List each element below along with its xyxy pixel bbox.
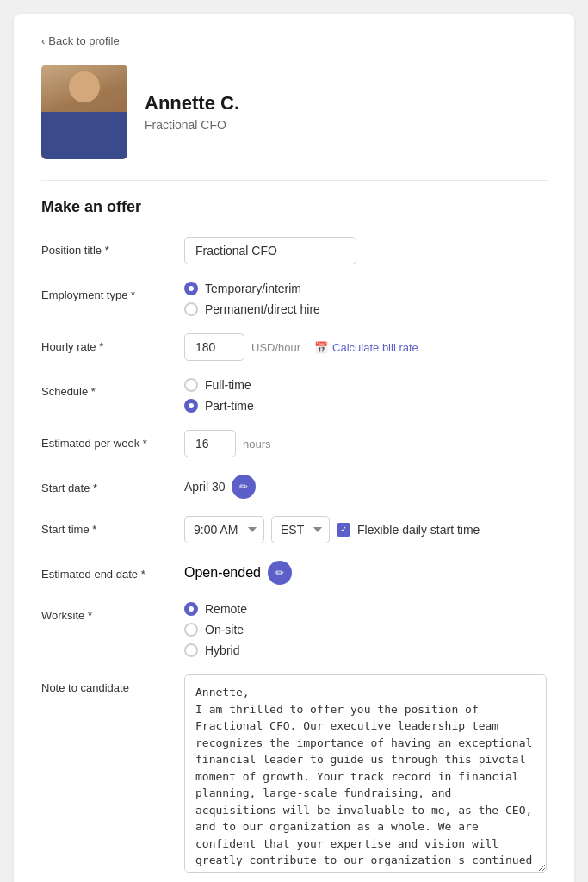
employment-type-radio-group: Temporary/interim Permanent/direct hire [184, 282, 547, 316]
hourly-rate-input[interactable] [184, 333, 244, 361]
profile-title: Fractional CFO [145, 118, 239, 132]
position-title-content [184, 237, 547, 264]
start-time-content: 9:00 AM EST Flexible daily start time [184, 516, 547, 543]
start-time-select[interactable]: 9:00 AM [184, 516, 264, 543]
radio-parttime-circle [184, 399, 198, 413]
radio-remote-circle [184, 602, 198, 616]
hourly-rate-row-inner: USD/hour 📅 Calculate bill rate [184, 333, 547, 361]
flexible-start-time-checkbox[interactable] [337, 523, 350, 537]
estimated-end-date-row: Estimated end date * Open-ended ✏ [41, 561, 547, 585]
start-date-value: April 30 [184, 480, 225, 494]
main-card: ‹ Back to profile Annette C. Fractional … [14, 14, 574, 882]
estimated-per-week-label: Estimated per week * [41, 430, 170, 450]
profile-header: Annette C. Fractional CFO [41, 65, 547, 159]
employment-type-label: Employment type * [41, 282, 170, 301]
radio-temp-circle [184, 282, 198, 295]
note-to-candidate-label: Note to candidate [41, 674, 170, 694]
profile-name: Annette C. [145, 92, 239, 115]
pencil-icon: ✏ [239, 481, 248, 493]
radio-perm-circle [184, 302, 198, 316]
worksite-row: Worksite * Remote On-site Hybrid [41, 602, 547, 657]
schedule-parttime-label: Part-time [205, 399, 254, 413]
hourly-rate-row: Hourly rate * USD/hour 📅 Calculate bill … [41, 333, 547, 361]
employment-type-row: Employment type * Temporary/interim Perm… [41, 282, 547, 316]
back-link[interactable]: ‹ Back to profile [41, 34, 547, 47]
worksite-onsite[interactable]: On-site [184, 623, 547, 637]
hourly-rate-content: USD/hour 📅 Calculate bill rate [184, 333, 547, 361]
estimated-per-week-input[interactable] [184, 430, 236, 457]
calc-link-label: Calculate bill rate [332, 341, 418, 354]
note-to-candidate-content [184, 674, 547, 873]
position-title-input[interactable] [184, 237, 356, 264]
hourly-rate-unit: USD/hour [251, 341, 300, 354]
estimated-end-date-value: Open-ended [184, 565, 261, 581]
avatar [41, 65, 127, 159]
estimated-per-week-content: hours [184, 430, 547, 457]
start-time-row: Start time * 9:00 AM EST Flexible daily … [41, 516, 547, 543]
radio-onsite-circle [184, 623, 198, 637]
employment-type-content: Temporary/interim Permanent/direct hire [184, 282, 547, 316]
radio-hybrid-circle [184, 643, 198, 657]
worksite-label: Worksite * [41, 602, 170, 622]
schedule-row: Schedule * Full-time Part-time [41, 378, 547, 413]
start-date-label: Start date * [41, 475, 170, 494]
position-title-label: Position title * [41, 237, 170, 257]
worksite-hybrid[interactable]: Hybrid [184, 643, 547, 657]
employment-type-temp-label: Temporary/interim [205, 282, 301, 295]
worksite-remote-label: Remote [205, 602, 247, 616]
flexible-start-time-label: Flexible daily start time [357, 523, 480, 537]
employment-type-perm-label: Permanent/direct hire [205, 302, 320, 316]
schedule-fulltime[interactable]: Full-time [184, 378, 547, 392]
pencil-icon-end: ✏ [275, 567, 284, 579]
schedule-fulltime-label: Full-time [205, 378, 251, 392]
start-time-label: Start time * [41, 516, 170, 536]
worksite-hybrid-label: Hybrid [205, 643, 239, 657]
page-container: ‹ Back to profile Annette C. Fractional … [0, 0, 588, 882]
worksite-radio-group: Remote On-site Hybrid [184, 602, 547, 657]
schedule-parttime[interactable]: Part-time [184, 399, 547, 413]
employment-type-temp[interactable]: Temporary/interim [184, 282, 547, 295]
estimated-end-date-content: Open-ended ✏ [184, 561, 547, 585]
chevron-left-icon: ‹ [41, 34, 45, 47]
worksite-remote[interactable]: Remote [184, 602, 547, 616]
worksite-onsite-label: On-site [205, 623, 244, 637]
note-to-candidate-row: Note to candidate [41, 674, 547, 873]
calculate-bill-rate-link[interactable]: 📅 Calculate bill rate [314, 341, 418, 354]
start-time-inner: 9:00 AM EST Flexible daily start time [184, 516, 547, 543]
calculator-icon: 📅 [314, 341, 328, 354]
schedule-radio-group: Full-time Part-time [184, 378, 547, 413]
avatar-image [41, 65, 127, 159]
employment-type-perm[interactable]: Permanent/direct hire [184, 302, 547, 316]
start-date-row: Start date * April 30 ✏ [41, 475, 547, 499]
start-date-content: April 30 ✏ [184, 475, 547, 499]
schedule-content: Full-time Part-time [184, 378, 547, 413]
schedule-label: Schedule * [41, 378, 170, 398]
start-date-edit-button[interactable]: ✏ [232, 475, 256, 499]
radio-fulltime-circle [184, 378, 198, 392]
flexible-start-time-item[interactable]: Flexible daily start time [337, 523, 480, 537]
estimated-end-date-display: Open-ended ✏ [184, 561, 547, 585]
estimated-per-week-row: Estimated per week * hours [41, 430, 547, 457]
estimated-end-date-edit-button[interactable]: ✏ [268, 561, 292, 585]
estimated-per-week-inner: hours [184, 430, 547, 457]
worksite-content: Remote On-site Hybrid [184, 602, 547, 657]
section-title: Make an offer [41, 198, 547, 216]
start-date-display: April 30 ✏ [184, 475, 547, 499]
profile-info: Annette C. Fractional CFO [145, 92, 239, 132]
hourly-rate-label: Hourly rate * [41, 333, 170, 353]
note-to-candidate-textarea[interactable] [184, 674, 547, 873]
back-link-label: Back to profile [48, 34, 119, 47]
estimated-end-date-label: Estimated end date * [41, 561, 170, 581]
position-title-row: Position title * [41, 237, 547, 264]
estimated-per-week-unit: hours [243, 438, 271, 450]
timezone-select[interactable]: EST [271, 516, 330, 543]
